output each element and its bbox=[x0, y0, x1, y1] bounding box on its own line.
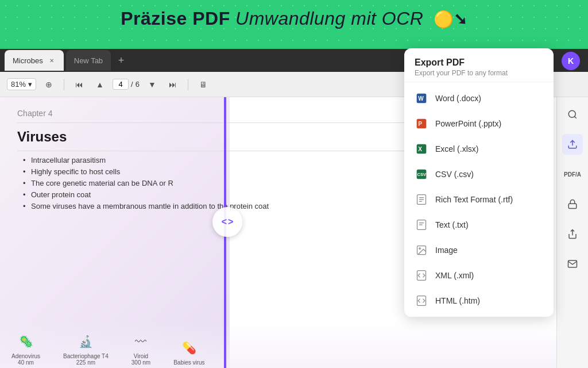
svg-text:CSV: CSV bbox=[417, 172, 426, 177]
word-icon: W bbox=[415, 91, 428, 105]
svg-point-20 bbox=[419, 248, 421, 250]
tab-new[interactable]: New Tab bbox=[66, 50, 111, 71]
ppt-icon: P bbox=[415, 117, 428, 131]
babies-virus-shape: 💊 bbox=[180, 336, 198, 359]
svg-rect-2 bbox=[568, 204, 577, 208]
viroid-label: Viroid bbox=[134, 353, 148, 359]
illus-babies-virus: 💊 Babies virus bbox=[173, 336, 204, 368]
hero-italic: Umwandlung mit OCR bbox=[235, 8, 423, 29]
zoom-control[interactable]: 81% ▾ bbox=[7, 78, 36, 90]
export-xml-label: XML (.xml) bbox=[435, 271, 474, 280]
export-csv[interactable]: CSV CSV (.csv) bbox=[404, 162, 554, 187]
export-word[interactable]: W Word (.docx) bbox=[404, 86, 554, 111]
svg-text:X: X bbox=[418, 146, 422, 152]
export-items-list: W Word (.docx) P PowerPoint (.pptx) X Ex… bbox=[404, 82, 554, 317]
bacteriophage-label: Bacteriophage T4 bbox=[63, 353, 109, 359]
illus-viroid: 〰 Viroid 300 nm bbox=[131, 330, 150, 368]
page-separator: / bbox=[131, 80, 133, 89]
export-xml[interactable]: XML (.xml) bbox=[404, 263, 554, 288]
tab-microbes-label: Microbes bbox=[13, 56, 43, 65]
last-page-button[interactable]: ⏭ bbox=[165, 76, 181, 93]
export-txt-label: Text (.txt) bbox=[435, 220, 469, 229]
hero-prefix: Präzise PDF bbox=[121, 8, 235, 29]
page-input[interactable]: 4 bbox=[113, 79, 129, 90]
export-title: Export PDF bbox=[415, 57, 543, 68]
csv-icon: CSV bbox=[415, 167, 428, 181]
page-nav-circle[interactable]: <> bbox=[212, 207, 242, 237]
export-powerpoint[interactable]: P PowerPoint (.pptx) bbox=[404, 111, 554, 136]
export-csv-label: CSV (.csv) bbox=[435, 170, 474, 179]
svg-text:P: P bbox=[418, 121, 422, 127]
adenovirus-size: 40 nm bbox=[18, 359, 34, 366]
next-page-button[interactable]: ▼ bbox=[144, 76, 160, 93]
image-icon bbox=[415, 243, 428, 257]
mail-sidebar-button[interactable] bbox=[562, 254, 583, 274]
hero-arrow: 🟡➘ bbox=[434, 10, 467, 29]
viroid-shape: 〰 bbox=[132, 330, 149, 353]
export-excel-label: Excel (.xlsx) bbox=[435, 144, 478, 154]
export-image-label: Image bbox=[435, 246, 458, 255]
export-txt[interactable]: Text (.txt) bbox=[404, 212, 554, 237]
babies-virus-label: Babies virus bbox=[173, 359, 204, 366]
bacteriophage-size: 225 nm bbox=[76, 359, 95, 366]
export-ppt-label: PowerPoint (.pptx) bbox=[435, 119, 501, 128]
zoom-value: 81% bbox=[11, 80, 26, 89]
export-html-label: HTML (.htm) bbox=[435, 296, 480, 305]
html-icon bbox=[415, 294, 428, 308]
svg-point-0 bbox=[568, 110, 575, 117]
viroid-size: 300 nm bbox=[131, 359, 150, 366]
separator-1 bbox=[64, 79, 64, 90]
bacteriophage-shape: 🔬 bbox=[77, 330, 94, 353]
user-avatar[interactable]: K bbox=[562, 52, 580, 70]
illus-bacteriophage: 🔬 Bacteriophage T4 225 nm bbox=[63, 330, 109, 368]
excel-icon: X bbox=[415, 142, 428, 156]
xml-icon bbox=[415, 269, 428, 282]
zoom-chevron: ▾ bbox=[28, 80, 32, 89]
user-initial: K bbox=[568, 56, 574, 66]
illus-adenovirus: 🦠 Adenovirus 40 nm bbox=[11, 330, 40, 368]
export-image[interactable]: Image bbox=[404, 237, 554, 263]
hero-banner: Präzise PDF Umwandlung mit OCR 🟡➘ bbox=[0, 0, 588, 49]
lock-sidebar-button[interactable] bbox=[562, 194, 583, 214]
export-excel[interactable]: X Excel (.xlsx) bbox=[404, 136, 554, 162]
hero-text: Präzise PDF Umwandlung mit OCR 🟡➘ bbox=[121, 8, 467, 29]
txt-icon bbox=[415, 218, 428, 232]
pdfa-label: PDF/A bbox=[564, 171, 581, 178]
zoom-in-button[interactable]: ⊕ bbox=[41, 76, 57, 93]
export-html[interactable]: HTML (.htm) bbox=[404, 288, 554, 313]
tab-new-label: New Tab bbox=[74, 56, 103, 65]
export-subtitle: Export your PDF to any format bbox=[415, 69, 543, 77]
adenovirus-label: Adenovirus bbox=[11, 353, 40, 359]
export-dropdown: Export PDF Export your PDF to any format… bbox=[404, 48, 554, 317]
separator-2 bbox=[188, 79, 188, 90]
export-rtf-label: Rich Text Format (.rtf) bbox=[435, 195, 513, 204]
adenovirus-shape: 🦠 bbox=[17, 330, 34, 353]
page-navigation: 4 / 6 bbox=[113, 79, 140, 90]
export-word-label: Word (.docx) bbox=[435, 94, 481, 103]
svg-text:W: W bbox=[418, 95, 424, 102]
rtf-icon bbox=[415, 193, 428, 206]
right-sidebar: PDF/A bbox=[556, 97, 588, 368]
first-page-button[interactable]: ⏮ bbox=[71, 76, 87, 93]
export-header: Export PDF Export your PDF to any format bbox=[404, 48, 554, 82]
tab-microbes[interactable]: Microbes ✕ bbox=[5, 50, 64, 71]
prev-page-button[interactable]: ▲ bbox=[92, 76, 108, 93]
pdf-illustrations: 🦠 Adenovirus 40 nm 🔬 Bacteriophage T4 22… bbox=[0, 322, 556, 368]
export-rtf[interactable]: Rich Text Format (.rtf) bbox=[404, 187, 554, 212]
page-total: 6 bbox=[136, 80, 140, 89]
search-sidebar-button[interactable] bbox=[562, 104, 583, 125]
export-sidebar-button[interactable] bbox=[562, 134, 583, 155]
tab-microbes-close[interactable]: ✕ bbox=[48, 56, 56, 64]
pdfa-sidebar-button[interactable]: PDF/A bbox=[562, 164, 583, 185]
nav-arrows-icon: <> bbox=[222, 217, 234, 227]
share-sidebar-button[interactable] bbox=[562, 224, 583, 244]
new-tab-button[interactable]: + bbox=[113, 52, 129, 68]
presentation-button[interactable]: 🖥 bbox=[195, 76, 211, 93]
